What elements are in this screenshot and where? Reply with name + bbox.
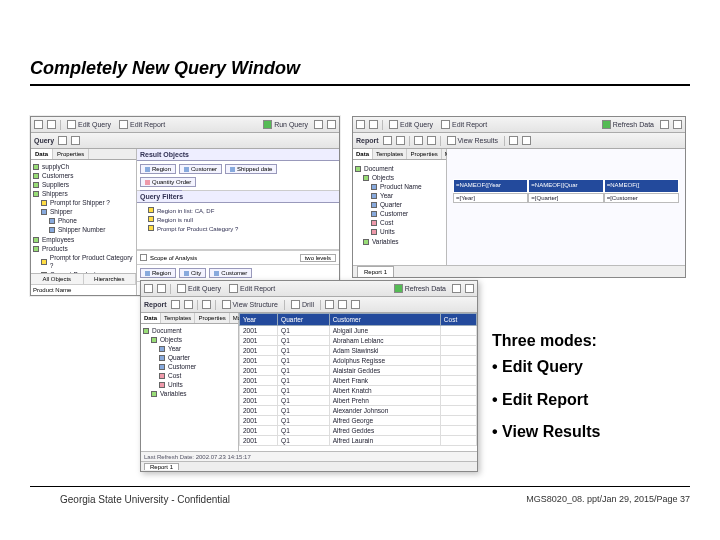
tree-node[interactable]: Cost [143, 372, 236, 381]
tool-icon[interactable] [202, 300, 211, 309]
tool-icon[interactable] [396, 136, 405, 145]
tree-node[interactable]: Shipper Number [33, 226, 134, 235]
help-icon[interactable] [452, 284, 461, 293]
tree-node[interactable]: Shippers [33, 189, 134, 198]
refresh-data-button[interactable]: Refresh Data [600, 120, 656, 129]
tool-icon[interactable] [71, 136, 80, 145]
tree-node[interactable]: Quarter [355, 201, 444, 210]
filter-node[interactable]: Region is null [140, 215, 336, 224]
tab-properties[interactable]: Properties [53, 149, 89, 159]
tool-icon[interactable] [338, 300, 347, 309]
report-tree[interactable]: DocumentObjectsProduct NameYearQuarterCu… [353, 162, 446, 248]
report-tree[interactable]: DocumentObjectsYearQuarterCustomerCostUn… [141, 324, 238, 401]
edit-report-button[interactable]: Edit Report [227, 284, 277, 293]
run-query-button[interactable]: Run Query [261, 120, 310, 129]
table-row[interactable]: 2001Q1Albert Prehn [240, 396, 477, 406]
filter-node[interactable]: Region in list: CA, DF [140, 206, 336, 215]
table-row[interactable]: 2001Q1Albert Knatch [240, 386, 477, 396]
formula-cell[interactable]: =NAMEOF([ [604, 179, 679, 193]
edit-report-button[interactable]: Edit Report [117, 120, 167, 129]
object-chip[interactable]: City [179, 268, 206, 278]
tool-icon[interactable] [522, 136, 531, 145]
tree-node[interactable]: Variables [143, 390, 236, 399]
tool-icon[interactable] [325, 300, 334, 309]
table-row[interactable]: 2001Q1Alfred George [240, 416, 477, 426]
scope-of-analysis-bar[interactable]: Scope of Analysis two levels [137, 250, 339, 264]
tree-node[interactable]: Document [143, 326, 236, 335]
new-icon[interactable] [34, 120, 43, 129]
tree-node[interactable]: Objects [355, 173, 444, 182]
binding-cell[interactable]: =[Year] [453, 193, 528, 203]
column-header[interactable]: Year [240, 314, 278, 326]
tool-icon[interactable] [184, 300, 193, 309]
edit-report-button[interactable]: Edit Report [439, 120, 489, 129]
report-tab[interactable]: Report 1 [144, 463, 179, 470]
new-icon[interactable] [144, 284, 153, 293]
tree-node[interactable]: Objects [143, 335, 236, 344]
object-tree[interactable]: supplyChCustomersSuppliersShippersPrompt… [31, 160, 136, 273]
tree-node[interactable]: Year [143, 344, 236, 353]
binding-cell[interactable]: =[Quarter] [528, 193, 603, 203]
table-row[interactable]: 2001Q1Alexander Johnson [240, 406, 477, 416]
tree-node[interactable]: Year [355, 191, 444, 200]
table-row[interactable]: 2001Q1Alfred Geddes [240, 426, 477, 436]
tree-node[interactable]: Units [355, 228, 444, 237]
table-row[interactable]: 2001Q1Abraham Leblanc [240, 336, 477, 346]
open-icon[interactable] [47, 120, 56, 129]
tool-icon[interactable] [383, 136, 392, 145]
close-icon[interactable] [327, 120, 336, 129]
object-chip[interactable]: Customer [179, 164, 222, 174]
column-header[interactable]: Quarter [278, 314, 330, 326]
tab-properties[interactable]: Properties [407, 149, 441, 159]
edit-query-button[interactable]: Edit Query [65, 120, 113, 129]
table-row[interactable]: 2001Q1Albert Frank [240, 376, 477, 386]
column-header[interactable]: Cost [440, 314, 476, 326]
tool-icon[interactable] [427, 136, 436, 145]
tab-data[interactable]: Data [353, 149, 373, 159]
tool-icon[interactable] [414, 136, 423, 145]
formula-cell[interactable]: =NAMEOF([Year [453, 179, 528, 193]
tree-node[interactable]: Prompt for Shipper ? [33, 199, 134, 208]
tab-properties[interactable]: Properties [195, 313, 229, 323]
tree-node[interactable]: Cost [355, 219, 444, 228]
object-chip[interactable]: Region [140, 164, 176, 174]
object-chip[interactable]: Customer [209, 268, 252, 278]
tab-data[interactable]: Data [31, 149, 53, 159]
tree-node[interactable]: Shipper [33, 208, 134, 217]
tree-node[interactable]: Employees [33, 235, 134, 244]
new-icon[interactable] [356, 120, 365, 129]
help-icon[interactable] [660, 120, 669, 129]
tab-templates[interactable]: Templates [161, 313, 195, 323]
query-filters-zone[interactable]: Region in list: CA, DFRegion is nullProm… [137, 203, 339, 236]
tool-icon[interactable] [58, 136, 67, 145]
formula-cell[interactable]: =NAMEOF([Quar [528, 179, 603, 193]
view-structure-button[interactable]: View Structure [220, 300, 280, 309]
refresh-data-button[interactable]: Refresh Data [392, 284, 448, 293]
object-chip[interactable]: Shipped date [225, 164, 277, 174]
binding-cell[interactable]: =[Customer [604, 193, 679, 203]
table-row[interactable]: 2001Q1Alfred Laurain [240, 436, 477, 446]
tree-node[interactable]: Products [33, 244, 134, 253]
tool-icon[interactable] [509, 136, 518, 145]
report-canvas[interactable]: =NAMEOF([Year =NAMEOF([Quar =NAMEOF([ =[… [447, 149, 685, 265]
tree-node[interactable]: Phone [33, 217, 134, 226]
open-icon[interactable] [157, 284, 166, 293]
close-icon[interactable] [673, 120, 682, 129]
scope-chips[interactable]: RegionCityCustomer [137, 264, 339, 281]
table-row[interactable]: 2001Q1Alaistair Geddes [240, 366, 477, 376]
edit-query-button[interactable]: Edit Query [175, 284, 223, 293]
object-chip[interactable]: Region [140, 268, 176, 278]
help-icon[interactable] [314, 120, 323, 129]
tree-node[interactable]: Customers [33, 171, 134, 180]
tree-node[interactable]: Quarter [143, 353, 236, 362]
view-results-button[interactable]: View Results [445, 136, 500, 145]
results-table-area[interactable]: YearQuarterCustomerCost 2001Q1Abigail Ju… [239, 313, 477, 451]
open-icon[interactable] [369, 120, 378, 129]
table-row[interactable]: 2001Q1Abigail June [240, 326, 477, 336]
tree-node[interactable]: Suppliers [33, 180, 134, 189]
edit-query-button[interactable]: Edit Query [387, 120, 435, 129]
tab-all-objects[interactable]: All Objects [31, 274, 84, 284]
table-row[interactable]: 2001Q1Adolphus Regisse [240, 356, 477, 366]
filter-node[interactable]: Prompt for Product Category ? [140, 224, 336, 233]
tree-node[interactable]: Variables [355, 237, 444, 246]
